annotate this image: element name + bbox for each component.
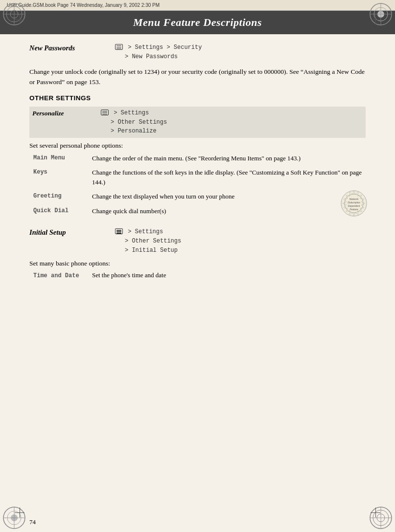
initial-setup-path: > Settings > Other Settings > Initial Se… bbox=[115, 227, 181, 255]
initial-setup-path-line3: > Initial Setup bbox=[125, 247, 178, 254]
chapter-header: Menu Feature Descriptions bbox=[0, 11, 395, 34]
other-settings-heading-text: Other Settings bbox=[29, 94, 91, 102]
new-passwords-desc: Change your unlock code (originally set … bbox=[29, 67, 366, 88]
menu-icon-new-passwords bbox=[115, 44, 123, 50]
quick-dial-name: Quick Dial bbox=[33, 206, 92, 216]
new-passwords-label: New Passwords bbox=[29, 43, 115, 61]
svg-text:/Subscription: /Subscription bbox=[347, 201, 361, 204]
main-menu-name: Main Menu bbox=[33, 154, 92, 163]
file-info-text: User.Guide.GSM.book Page 74 Wednesday, J… bbox=[7, 2, 160, 8]
sub-item-main-menu: Main Menu Change the order of the main m… bbox=[29, 154, 366, 163]
initial-setup-path-line2: > Other Settings bbox=[125, 238, 181, 244]
sub-item-greeting: Greeting Change the text displayed when … bbox=[29, 192, 366, 201]
personalize-path-line3: > Personalize bbox=[111, 128, 157, 134]
chapter-title: Menu Feature Descriptions bbox=[133, 16, 262, 29]
personalize-path-line2: > Other Settings bbox=[111, 119, 167, 126]
crosshair-bottom-right bbox=[371, 508, 380, 517]
initial-setup-set-options: Set many basic phone options: bbox=[29, 260, 366, 267]
greeting-desc: Change the text displayed when you turn … bbox=[92, 192, 366, 201]
greeting-name: Greeting bbox=[33, 192, 92, 201]
new-passwords-path-line1: > Settings > Security bbox=[128, 44, 202, 51]
time-and-date-name: Time and Date bbox=[33, 271, 92, 279]
content-area: New Passwords > Settings > Security > Ne… bbox=[29, 34, 366, 503]
quick-dial-desc: Change quick dial number(s) bbox=[92, 206, 366, 216]
personalize-block: Personalize > Settings > Other Settings … bbox=[29, 107, 366, 138]
keys-name: Keys bbox=[33, 168, 92, 187]
sub-item-quick-dial: Quick Dial Change quick dial number(s) bbox=[29, 206, 366, 216]
new-passwords-path: > Settings > Security > New Passwords bbox=[115, 43, 202, 61]
time-and-date-row: Time and Date Set the phone's time and d… bbox=[29, 271, 366, 279]
personalize-sub-items: Main Menu Change the order of the main m… bbox=[29, 154, 366, 216]
menu-icon-personalize bbox=[101, 110, 109, 115]
personalize-path: > Settings > Other Settings > Personaliz… bbox=[101, 109, 167, 136]
initial-setup-label: Initial Setup bbox=[29, 227, 115, 255]
new-passwords-section: New Passwords > Settings > Security > Ne… bbox=[29, 43, 366, 61]
initial-setup-path-line1: > Settings bbox=[128, 228, 163, 235]
crosshair-top-left bbox=[15, 15, 24, 24]
personalize-label: Personalize bbox=[32, 109, 101, 136]
main-menu-desc: Change the order of the main menu. (See … bbox=[92, 154, 366, 163]
initial-setup-section: Initial Setup > Settings > Other Setting… bbox=[29, 227, 366, 255]
svg-text:Network: Network bbox=[349, 198, 359, 200]
new-passwords-path-line2: > New Passwords bbox=[125, 53, 178, 60]
time-and-date-desc: Set the phone's time and date bbox=[92, 271, 166, 279]
personalize-set-options: Set several personal phone options: bbox=[29, 142, 366, 150]
file-info-bar: User.Guide.GSM.book Page 74 Wednesday, J… bbox=[0, 0, 395, 11]
other-settings-heading: Other Settings bbox=[29, 94, 366, 102]
page-number: 74 bbox=[29, 518, 36, 526]
sub-item-keys: Keys Change the functions of the soft ke… bbox=[29, 168, 366, 187]
personalize-path-line1: > Settings bbox=[114, 110, 149, 116]
menu-icon-initial-setup bbox=[115, 228, 123, 234]
crosshair-top-right bbox=[371, 15, 380, 24]
keys-desc: Change the functions of the soft keys in… bbox=[92, 168, 366, 187]
crosshair-bottom-left bbox=[15, 508, 24, 517]
page: User.Guide.GSM.book Page 74 Wednesday, J… bbox=[0, 0, 395, 532]
